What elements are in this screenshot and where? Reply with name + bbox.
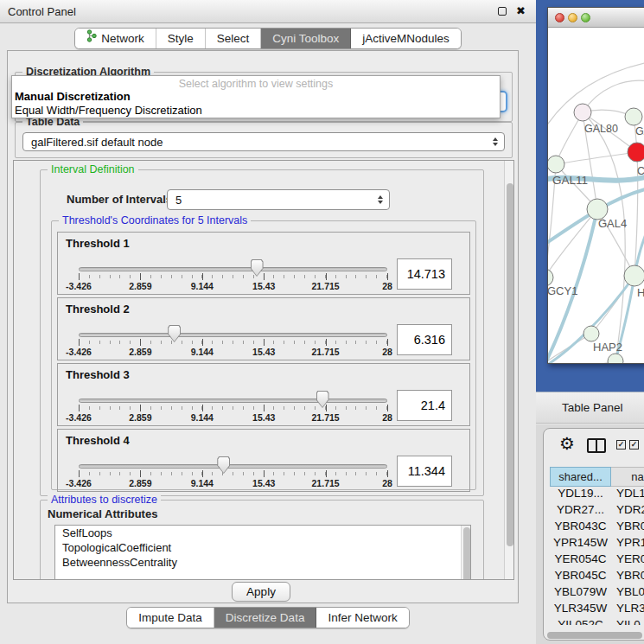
table-row[interactable]: YER054CYER0	[550, 552, 644, 569]
settings-scrollbar[interactable]	[504, 161, 513, 579]
network-node-gcy1[interactable]	[548, 269, 553, 286]
shared-name-cell: YBR043C	[550, 520, 611, 536]
axis-major-tick	[387, 339, 388, 346]
table-panel-body: ⚙ ✓ ✓ shared... na YDL19...YDL1YDR27...Y…	[536, 424, 644, 644]
name-cell: YDL1	[611, 487, 644, 503]
network-edge[interactable]	[556, 152, 637, 164]
network-node-gal80[interactable]	[574, 104, 591, 121]
axis-major-tick	[326, 470, 327, 477]
number-of-intervals-label: Number of Intervals	[67, 193, 172, 206]
network-node-h[interactable]	[624, 265, 644, 286]
float-window-icon[interactable]	[498, 7, 507, 16]
bottom-tab-infer-network[interactable]: Infer Network	[316, 608, 408, 628]
network-node-ga[interactable]	[625, 108, 642, 125]
tab-label: Select	[217, 29, 250, 49]
table-row[interactable]: YBR045CYBR0	[550, 569, 644, 585]
desktop-background: GAL80GACGAL11GAL4GCY1HHAP2	[536, 0, 644, 392]
network-canvas[interactable]: GAL80GACGAL11GAL4GCY1HHAP2	[548, 28, 644, 363]
axis-tick-label: 21.715	[312, 412, 340, 423]
network-edge[interactable]	[548, 361, 615, 363]
network-node-hap2[interactable]	[583, 326, 599, 341]
table-panel-title: Table Panel	[562, 401, 623, 414]
network-node-gal11[interactable]	[548, 156, 564, 173]
tab-select[interactable]: Select	[206, 29, 262, 48]
table-data-combobox[interactable]: galFiltered.sif default node	[22, 132, 505, 151]
axis-tick-label: 28	[382, 347, 392, 357]
threshold-slider-track[interactable]	[79, 399, 387, 403]
network-node[interactable]	[608, 354, 623, 363]
axis-tick-label: -3.426	[66, 412, 92, 423]
thresholds-group: Threshold's Coordinates for 5 Intervals …	[51, 220, 476, 490]
attribute-list-item[interactable]: SelfLoops	[55, 526, 470, 540]
bottom-tab-discretize-data[interactable]: Discretize Data	[214, 608, 317, 628]
tab-style[interactable]: Style	[156, 29, 206, 48]
threshold-slider-thumb[interactable]	[316, 391, 329, 408]
close-traffic-light-icon[interactable]	[555, 13, 564, 22]
list-scrollbar[interactable]	[461, 526, 470, 580]
bottom-tab-group: Impute DataDiscretize DataInfer Network	[126, 607, 409, 628]
name-cell: YPR1	[611, 536, 644, 552]
table-row[interactable]: YPR145WYPR1	[550, 536, 644, 552]
shared-name-cell: YIL052C	[550, 618, 611, 625]
table-row[interactable]: YIL052CYIL0	[550, 618, 644, 625]
threshold-label: Threshold 2	[66, 303, 130, 316]
zoom-traffic-light-icon[interactable]	[581, 13, 590, 22]
control-panel-window: Control Panel ✖ NetworkStyleSelectCyni T…	[0, 0, 536, 644]
network-view-window[interactable]: GAL80GACGAL11GAL4GCY1HHAP2	[547, 7, 644, 364]
network-node-label: GCY1	[548, 284, 577, 297]
interval-definition-group: Interval Definition Number of Intervals …	[40, 169, 484, 496]
attribute-list-item[interactable]: BetweennessCentrality	[55, 555, 470, 570]
apply-button[interactable]: Apply	[232, 582, 290, 602]
threshold-slider-track[interactable]	[79, 333, 387, 337]
checked-checkbox-icon[interactable]: ✓	[616, 440, 626, 450]
column-header-name[interactable]: na	[611, 467, 644, 487]
screen: Control Panel ✖ NetworkStyleSelectCyni T…	[0, 0, 644, 644]
table-row[interactable]: YDL19...YDL1	[550, 487, 644, 503]
network-node-c[interactable]	[628, 143, 644, 162]
network-edge[interactable]	[583, 112, 625, 361]
shared-name-cell: YLR345W	[550, 602, 611, 618]
column-header-shared-name[interactable]: shared...	[550, 467, 611, 487]
table-row[interactable]: YDR27...YDR2	[550, 503, 644, 520]
threshold-slider-thumb[interactable]	[217, 456, 230, 474]
gear-icon[interactable]: ⚙	[559, 433, 575, 454]
threshold-label: Threshold 3	[66, 368, 130, 381]
attribute-list-item[interactable]: TopologicalCoefficient	[55, 540, 470, 555]
table-row[interactable]: YBR043CYBR0	[550, 520, 644, 536]
checked-checkbox-icon[interactable]: ✓	[629, 440, 639, 450]
table-row[interactable]: YLR345WYLR3	[550, 602, 644, 618]
threshold-value-field[interactable]: 6.316	[397, 324, 452, 355]
axis-tick-label: 2.859	[129, 412, 151, 423]
number-of-intervals-spinner[interactable]: 5	[167, 189, 390, 210]
threshold-slider-thumb[interactable]	[251, 259, 264, 277]
threshold-slider-track[interactable]	[79, 464, 387, 469]
network-node-label: GA	[635, 125, 644, 137]
tab-jactivemnodules[interactable]: jActiveMNodules	[351, 29, 461, 48]
network-icon	[86, 29, 97, 49]
axis-tick-label: -3.426	[66, 281, 92, 291]
threshold-value-field[interactable]: 11.344	[397, 456, 452, 487]
algorithm-option-manual-discretization[interactable]: Manual Discretization	[12, 90, 500, 104]
close-icon[interactable]: ✖	[516, 4, 526, 17]
name-cell: YBR0	[611, 569, 644, 585]
threshold-slider-thumb[interactable]	[168, 325, 181, 342]
threshold-slider-track[interactable]	[79, 267, 387, 271]
network-edge[interactable]	[583, 80, 644, 112]
minimize-traffic-light-icon[interactable]	[568, 13, 577, 22]
algorithm-option-equal-width-frequency[interactable]: Equal Width/Frequency Discretization	[12, 104, 500, 118]
axis-tick-label: 2.859	[129, 478, 151, 488]
axis-tick-label: 21.715	[312, 478, 340, 488]
bottom-tab-label: Discretize Data	[226, 608, 305, 628]
table-row[interactable]: YBL079WYBL0	[550, 585, 644, 602]
threshold-value-field[interactable]: 14.713	[397, 258, 452, 290]
tab-cyni-toolbox[interactable]: Cyni Toolbox	[261, 29, 351, 48]
numerical-attributes-list[interactable]: SelfLoopsTopologicalCoefficientBetweenne…	[54, 525, 471, 580]
split-columns-icon[interactable]	[587, 438, 606, 453]
threshold-value-field[interactable]: 21.4	[397, 390, 452, 421]
spinner-stepper-icon	[378, 195, 383, 204]
table-horizontal-scrollbar[interactable]	[547, 632, 642, 639]
bottom-tab-impute-data[interactable]: Impute Data	[127, 608, 214, 628]
tab-network[interactable]: Network	[75, 29, 156, 48]
table-data-group: Table Data galFiltered.sif default node	[15, 122, 513, 158]
tab-label: Style	[168, 29, 194, 49]
